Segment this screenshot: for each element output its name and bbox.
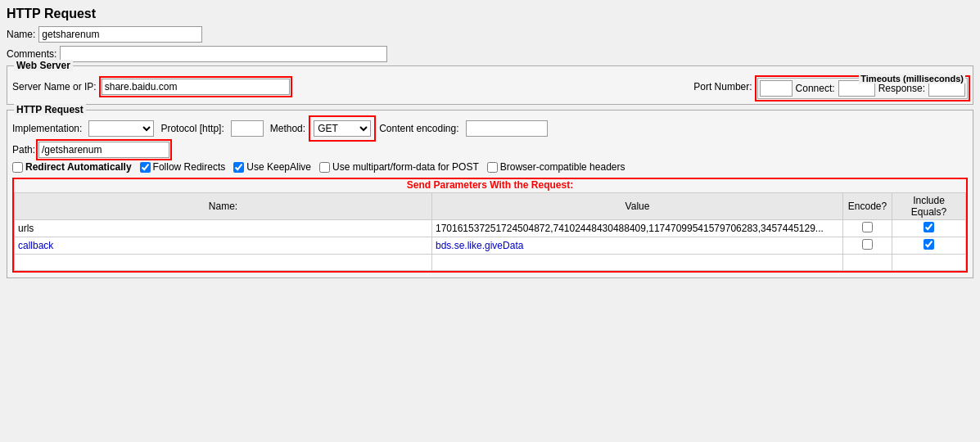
method-label: Method: <box>270 123 305 134</box>
table-row: urls 170161537251724504872,7410244843048… <box>15 220 966 237</box>
response-label: Response: <box>878 83 925 94</box>
path-row: Path: <box>12 142 968 158</box>
port-number-label: Port Number: <box>693 81 752 92</box>
name-label: Name: <box>7 29 35 40</box>
redirect-checkbox-item: Redirect Automatically <box>12 161 132 173</box>
web-server-group: Web Server Server Name or IP: Port Numbe… <box>7 65 973 105</box>
path-label: Path: <box>12 144 35 156</box>
server-name-label: Server Name or IP: <box>12 81 97 92</box>
redirect-checkbox[interactable] <box>12 162 23 173</box>
implementation-label: Implementation: <box>12 123 82 134</box>
port-input[interactable] <box>760 80 793 97</box>
comments-input[interactable] <box>60 46 387 62</box>
follow-redirects-checkbox[interactable] <box>140 162 151 173</box>
method-group: GET POST PUT DELETE HEAD OPTIONS PATCH <box>312 119 373 138</box>
method-select[interactable]: GET POST PUT DELETE HEAD OPTIONS PATCH <box>314 120 371 137</box>
http-request-title: HTTP Request <box>14 104 86 115</box>
send-params-title: Send Parameters With the Request: <box>14 179 966 191</box>
name-row: Name: <box>7 26 973 43</box>
connect-label: Connect: <box>796 83 835 94</box>
web-server-title: Web Server <box>14 60 73 71</box>
protocol-label: Protocol [http]: <box>160 123 224 134</box>
multipart-checkbox[interactable] <box>319 162 330 173</box>
follow-redirects-item: Follow Redirects <box>140 161 226 173</box>
param-value-urls: 170161537251724504872,74102448430488409,… <box>432 220 843 237</box>
col-header-encode: Encode? <box>843 193 892 220</box>
http-params-row: Implementation: Protocol [http]: Method:… <box>12 119 968 138</box>
comments-label: Comments: <box>7 48 56 60</box>
content-encoding-input[interactable] <box>466 120 548 137</box>
page-title: HTTP Request <box>7 7 973 21</box>
encode-checkbox-callback[interactable] <box>862 239 873 250</box>
param-encode-urls <box>843 220 892 237</box>
browser-compat-label: Browser-compatible headers <box>500 161 625 173</box>
parameters-section: Send Parameters With the Request: Name: … <box>12 178 968 273</box>
keepalive-label: Use KeepAlive <box>246 161 311 173</box>
multipart-label: Use multipart/form-data for POST <box>332 161 479 173</box>
param-name-callback: callback <box>15 237 432 255</box>
http-request-group: HTTP Request Implementation: Protocol [h… <box>7 110 973 278</box>
params-table: Name: Value Encode? Include Equals? urls… <box>14 192 966 271</box>
encode-checkbox-urls[interactable] <box>862 222 873 232</box>
col-header-include: Include Equals? <box>892 193 966 220</box>
multipart-item: Use multipart/form-data for POST <box>319 161 479 173</box>
protocol-input[interactable] <box>231 120 264 137</box>
redirect-label: Redirect Automatically <box>25 161 132 173</box>
param-encode-callback <box>843 237 892 255</box>
content-encoding-label: Content encoding: <box>379 123 458 134</box>
server-name-input[interactable] <box>102 79 290 95</box>
web-server-row: Server Name or IP: Port Number: Timeouts… <box>12 74 968 99</box>
browser-compat-item: Browser-compatible headers <box>487 161 625 173</box>
include-checkbox-callback[interactable] <box>924 239 934 250</box>
include-checkbox-urls[interactable] <box>924 222 934 232</box>
checkboxes-row: Redirect Automatically Follow Redirects … <box>12 161 968 173</box>
page-container: HTTP Request Name: Comments: Web Server … <box>0 0 980 442</box>
keepalive-item: Use KeepAlive <box>233 161 311 173</box>
path-input[interactable] <box>38 142 169 158</box>
follow-redirects-label: Follow Redirects <box>153 161 226 173</box>
param-name-urls: urls <box>15 220 432 237</box>
table-row-empty <box>15 255 966 271</box>
implementation-select[interactable] <box>88 120 154 137</box>
col-header-value: Value <box>432 193 843 220</box>
table-row: callback bds.se.like.giveData <box>15 237 966 255</box>
comments-row: Comments: <box>7 46 973 62</box>
param-include-urls <box>892 220 966 237</box>
param-value-callback: bds.se.like.giveData <box>432 237 843 255</box>
keepalive-checkbox[interactable] <box>233 162 244 173</box>
timeouts-label: Timeouts (milliseconds) <box>859 74 965 83</box>
col-header-name: Name: <box>15 193 432 220</box>
param-include-callback <box>892 237 966 255</box>
browser-compat-checkbox[interactable] <box>487 162 498 173</box>
name-input[interactable] <box>38 26 202 43</box>
